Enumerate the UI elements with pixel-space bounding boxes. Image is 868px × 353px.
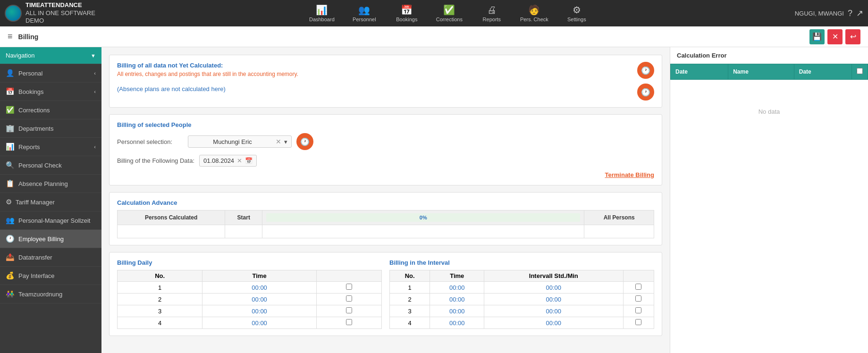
sidebar-item-personal-check[interactable]: 🔍 Personal Check [0,156,101,175]
sidebar-item-bookings[interactable]: 📅 Bookings ‹ [0,83,101,101]
daily-col-check [316,270,381,282]
tariff-icon: ⚙ [6,198,12,206]
personnel-select-input[interactable]: Muchungi Eric ✕ ▾ [188,135,292,148]
sidebar-item-corrections[interactable]: ✅ Corrections [0,101,101,119]
subbar: ≡ Billing 💾 ✕ ↩ [0,26,868,47]
billing-interval-title: Billing in the Interval [389,259,654,266]
personnel-selection-row: Personnel selection: Muchungi Eric ✕ ▾ 🕐 [117,133,654,150]
calendar-button[interactable]: 📅 [245,157,253,164]
interval-col-no: No. [390,270,430,282]
sidebar-item-datatransfer[interactable]: 📤 Datatransfer [0,248,101,267]
sidebar-item-absence-planning[interactable]: 📋 Absence Planning [0,175,101,193]
billing-date-label: Billing of the Following Data: [117,157,194,164]
top-navigation: 📊 Dashboard 👥 Personnel 📅 Bookings ✅ Cor… [104,4,795,22]
cancel-button[interactable]: ✕ [827,29,843,44]
daily-row-checkbox[interactable] [346,284,352,290]
col-persons-calculated: Persons Calculated [118,210,225,225]
billing-interval-row: 1 00:00 00:00 [390,282,654,294]
save-button[interactable]: 💾 [809,29,825,44]
topnav-bookings[interactable]: 📅 Bookings [393,4,421,22]
bookings-icon: 📅 [401,4,413,16]
personnel-value: Muchungi Eric [192,138,273,145]
error-table: Date Name Date No data [670,64,868,143]
billing-date-input[interactable]: 01.08.2024 ✕ 📅 [199,155,257,167]
hamburger-menu[interactable]: ≡ [8,32,13,42]
error-col-date2: Date [794,64,851,80]
sidebar-item-personal[interactable]: 👤 Personal ‹ [0,64,101,83]
daily-col-time: Time [202,270,317,282]
daily-row-checkbox[interactable] [346,307,352,313]
settings-icon: ⚙ [573,4,581,16]
bookings-chevron-icon: ‹ [94,89,96,94]
reports-sidebar-icon: 📊 [6,143,15,151]
interval-col-check [623,270,654,282]
interval-row-checkbox[interactable] [635,284,641,290]
sidebar-item-employee-billing[interactable]: 🕐 Employee Billing [0,230,101,248]
personnel-dropdown-button[interactable]: ▾ [284,138,287,145]
personal-manager-icon: 👥 [6,216,15,225]
main-layout: Navigation ▼ 👤 Personal ‹ 📅 Bookings ‹ ✅… [0,47,868,353]
personal-icon: 👤 [6,69,15,77]
absence-run-button[interactable]: 🕐 [637,84,654,101]
topnav-settings[interactable]: ⚙ Settings [563,4,591,22]
daily-row-checkbox[interactable] [346,319,352,325]
personnel-clear-button[interactable]: ✕ [276,138,281,145]
corrections-sidebar-icon: ✅ [6,106,15,114]
calc-advance-title: Calculation Advance [117,199,654,206]
billing-tables-card: Billing Daily No. Time 1 0 [109,252,662,336]
sidebar-item-pay-interface[interactable]: 💰 Pay Interface [0,267,101,285]
topnav-reports[interactable]: 🖨 Reports [478,5,506,22]
user-name: NGUGI, MWANGI [795,10,844,17]
terminate-billing-link[interactable]: Terminate Billing [117,171,654,178]
back-button[interactable]: ↩ [845,29,860,44]
billing-all-run-button[interactable]: 🕐 [637,62,654,79]
interval-row-checkbox[interactable] [635,295,641,302]
billing-date-value: 01.08.2024 [203,157,234,164]
topbar-right: NGUGI, MWANGI ? ↗ [795,8,863,18]
billing-all-card: Billing of all data not Yet Calculated: … [109,55,662,108]
sidebar-item-departments[interactable]: 🏢 Departments [0,119,101,138]
app-name: TIMEATTENDANCE [25,1,104,9]
interval-row-checkbox[interactable] [635,307,641,313]
interval-col-interval: Intervall Std./Min [484,270,623,282]
globe-icon [5,5,22,22]
datatransfer-icon: 📤 [6,253,15,261]
sidebar-item-tariff-manager[interactable]: ⚙ Tariff Manager [0,193,101,211]
topnav-corrections[interactable]: ✅ Corrections [435,4,463,22]
help-button[interactable]: ? [848,8,852,18]
topnav-personnel[interactable]: 👥 Personnel [350,4,379,22]
corrections-icon: ✅ [443,4,455,16]
billing-sections: Billing Daily No. Time 1 0 [117,259,654,329]
daily-row-checkbox[interactable] [346,295,352,302]
pay-interface-icon: 💰 [6,271,15,280]
billing-interval-section: Billing in the Interval No. Time Interva… [389,259,654,329]
progress-table: Persons Calculated Start 0% All Persons [117,210,654,238]
external-link-button[interactable]: ↗ [856,8,863,18]
topnav-pers-check[interactable]: 🧑 Pers. Check [520,4,548,22]
personal-check-icon: 🔍 [6,161,15,169]
error-col-select-all[interactable] [852,64,868,80]
main-panel: Billing of all data not Yet Calculated: … [101,47,670,353]
sidebar-item-personal-manager[interactable]: 👥 Personal-Manager Sollzeit [0,211,101,230]
billing-selected-run-button[interactable]: 🕐 [296,133,313,150]
sidebar-navigation-header[interactable]: Navigation ▼ [0,47,101,64]
content-area: Billing of all data not Yet Calculated: … [101,47,868,353]
interval-row-checkbox[interactable] [635,319,641,325]
billing-daily-row: 1 00:00 [118,282,382,294]
date-clear-button[interactable]: ✕ [237,157,242,164]
topnav-dashboard[interactable]: 📊 Dashboard [308,4,336,22]
app-logo: TIMEATTENDANCE ALL IN ONE SOFTWARE DEMO [5,1,104,25]
sidebar-item-reports[interactable]: 📊 Reports ‹ [0,138,101,156]
error-col-date1: Date [671,64,728,80]
billing-interval-table: No. Time Intervall Std./Min 1 00:00 00:0… [389,270,654,329]
absence-planning-icon: 📋 [6,179,15,188]
billing-interval-row: 2 00:00 00:00 [390,294,654,305]
topbar: TIMEATTENDANCE ALL IN ONE SOFTWARE DEMO … [0,0,868,26]
sidebar-item-teamzuordnung[interactable]: 👫 Teamzuordnung [0,285,101,303]
nav-chevron-icon: ▼ [91,53,96,59]
select-all-checkbox[interactable] [857,68,863,74]
employee-billing-icon: 🕐 [6,235,15,243]
billing-all-title: Billing of all data not Yet Calculated: [117,62,298,69]
billing-all-header: Billing of all data not Yet Calculated: … [117,62,654,79]
subbar-actions: 💾 ✕ ↩ [809,29,860,44]
